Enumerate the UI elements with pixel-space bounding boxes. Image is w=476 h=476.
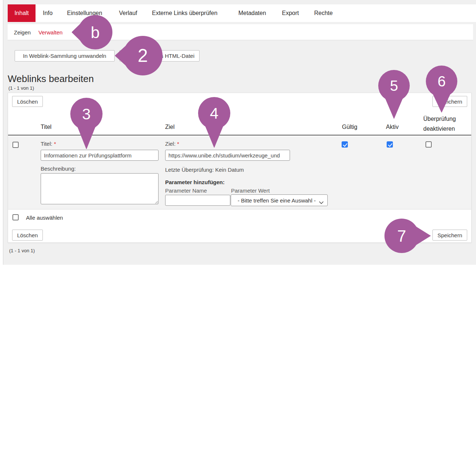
table-footer: Alle auswählen Löschen Speichern (8, 209, 471, 242)
tab-einstellungen[interactable]: Einstellungen (67, 4, 102, 22)
tab-metadaten[interactable]: Metadaten (238, 4, 266, 22)
beschreibung-label: Beschreibung: (41, 166, 76, 172)
tab-metadaten-label: Metadaten (238, 10, 266, 16)
parameter-wert-selected-option: - Bitte treffen Sie eine Auswahl - (231, 197, 316, 204)
tab-inhalt-label: Inhalt (14, 10, 29, 16)
tab-externe-links-label: Externe Links überprüfen (152, 10, 217, 16)
save-button-bottom[interactable]: Speichern (432, 230, 467, 241)
convert-to-weblink-collection-button[interactable]: In Weblink-Sammlung umwandeln (15, 50, 115, 62)
result-count-top: (1 - 1 von 1) (8, 85, 34, 91)
aktiv-checkbox[interactable] (387, 141, 393, 148)
tab-rechte-label: Rechte (314, 10, 333, 16)
tab-export[interactable]: Export (282, 4, 299, 22)
column-titel: Titel (41, 124, 52, 130)
tab-verlauf-label: Verlauf (119, 10, 137, 16)
table-row: Titel: * Beschreibung: Ziel: * Letzte Üb… (8, 136, 471, 209)
ziel-field-label: Ziel: * (165, 141, 179, 147)
result-count-bottom: (1 - 1 von 1) (9, 248, 35, 253)
chevron-down-icon (319, 199, 324, 205)
delete-button-top[interactable]: Löschen (12, 96, 43, 107)
beschreibung-textarea[interactable] (41, 173, 159, 204)
ueberpruefung-deaktivieren-checkbox[interactable] (425, 141, 432, 148)
subtab-verwalten[interactable]: Verwalten (38, 24, 63, 40)
column-ueberpruefung-deaktivieren: Überprüfung deaktivieren (423, 114, 469, 134)
tab-inhalt[interactable]: Inhalt (8, 4, 36, 22)
tab-export-label: Export (282, 10, 299, 16)
titel-required-mark: * (54, 141, 56, 147)
select-all-checkbox[interactable] (12, 214, 19, 220)
column-gueltig: Gültig (342, 124, 357, 130)
page-title: Weblinks bearbeiten (8, 73, 94, 85)
weblinks-table: Löschen Speichern Titel Ziel Gültig Akti… (8, 93, 472, 243)
table-header: Löschen Speichern Titel Ziel Gültig Akti… (8, 93, 471, 135)
row-select-checkbox[interactable] (12, 142, 19, 148)
letzte-ueberpruefung-text: Letzte Überprüfung: Kein Datum (165, 167, 244, 173)
tab-info-label: Info (43, 10, 53, 16)
screen: Inhalt Info Einstellungen Verlauf Extern… (0, 0, 476, 476)
titel-field-label: Titel: * (41, 141, 56, 147)
parameter-name-label: Parameter Name (165, 187, 207, 194)
tab-externe-links[interactable]: Externe Links überprüfen (152, 4, 217, 22)
select-all-label: Alle auswählen (26, 215, 63, 221)
parameter-hinzufuegen-heading: Parameter hinzufügen: (165, 179, 225, 185)
parameter-wert-label: Parameter Wert (231, 187, 270, 194)
ziel-required-mark: * (177, 141, 179, 147)
tab-einstellungen-label: Einstellungen (67, 10, 102, 16)
parameter-name-input[interactable] (165, 195, 230, 206)
column-aktiv: Aktiv (386, 124, 399, 130)
subtab-verwalten-label: Verwalten (38, 29, 63, 36)
ziel-input[interactable] (165, 150, 290, 161)
save-button-top[interactable]: Speichern (432, 96, 467, 107)
main-tab-bar: Inhalt Info Einstellungen Verlauf Extern… (8, 4, 476, 22)
subtab-zeigen-label: Zeigen (14, 29, 31, 36)
tab-rechte[interactable]: Rechte (314, 4, 333, 22)
save-as-html-file-button[interactable]: s HTML-Datei (119, 50, 200, 62)
tab-info[interactable]: Info (43, 4, 53, 22)
titel-label-text: Titel: (41, 141, 52, 147)
sub-tab-bar: Zeigen Verwalten (8, 24, 473, 40)
gueltig-checkbox[interactable] (342, 141, 348, 148)
delete-button-bottom[interactable]: Löschen (12, 230, 43, 241)
titel-input[interactable] (41, 150, 159, 161)
tab-verlauf[interactable]: Verlauf (119, 4, 137, 22)
ziel-label-text: Ziel: (165, 141, 175, 147)
parameter-wert-select[interactable]: - Bitte treffen Sie eine Auswahl - (231, 194, 328, 206)
subtab-zeigen[interactable]: Zeigen (14, 24, 31, 40)
column-ziel: Ziel (165, 124, 175, 130)
